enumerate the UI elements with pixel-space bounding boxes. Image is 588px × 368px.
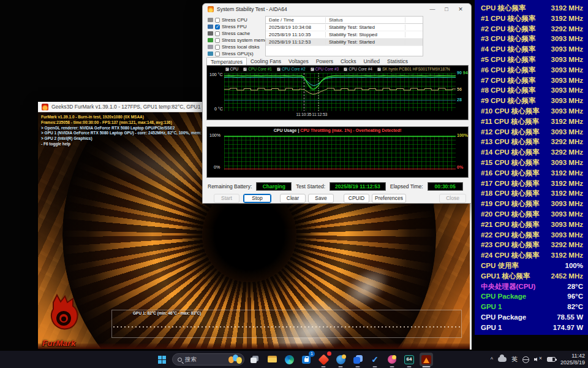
stress-option-checkbox[interactable]	[215, 38, 220, 43]
log-table-row[interactable]: 2025/8/19 10:34:08 Stability Test: Start…	[266, 24, 423, 31]
cpu-throttling-warning: CPU Throttling (max. 1%) - Overheating D…	[300, 128, 401, 132]
log-table-row[interactable]: 2025/8/19 11:12:53 Stability Test: Start…	[266, 39, 423, 46]
sensor-row: CPU Package 96°C	[481, 291, 583, 301]
sensor-value: 3093 MHz	[551, 158, 583, 167]
legend-checkbox[interactable]	[243, 67, 247, 71]
aida64-taskbar-button[interactable]: 64	[402, 353, 416, 366]
legend-checkbox[interactable]	[277, 67, 281, 71]
sensor-value: 3192 MHz	[551, 168, 583, 178]
task-view-icon	[251, 356, 259, 363]
sensor-value: 3093 MHz	[551, 85, 583, 95]
aida64-window: System Stability Test - AIDA64 — □ ✕ Str…	[202, 3, 472, 204]
start-button-windows[interactable]	[155, 353, 168, 366]
log-cell-time: 2025/8/19 10:34:08	[266, 25, 326, 30]
stress-option-checkbox[interactable]	[215, 18, 220, 23]
sensor-row: #19 CPU 核心频率 3093 MHz	[481, 199, 583, 209]
remaining-battery-label: Remaining Battery:	[208, 183, 252, 190]
sensor-value: 82°C	[567, 302, 583, 312]
active-running-indicator	[423, 366, 431, 368]
running-indicator	[373, 366, 377, 368]
stress-option-label: Stress local disks	[222, 44, 260, 50]
cpu-usage-plot	[224, 136, 456, 170]
remaining-battery-value: Charging	[256, 182, 292, 191]
stress-option-checkbox[interactable]	[215, 31, 220, 36]
stress-option-label: Stress cache	[222, 31, 250, 36]
sensor-value: 2452 MHz	[551, 271, 583, 281]
clear-button[interactable]: Clear	[280, 194, 306, 203]
battery-icon[interactable]	[547, 357, 556, 362]
legend-checkbox[interactable]	[377, 67, 381, 71]
aida64-titlebar[interactable]: System Stability Test - AIDA64 — □ ✕	[203, 4, 471, 15]
sensor-value: 3192 MHz	[551, 178, 583, 188]
sensor-row: #5 CPU 核心频率 3093 MHz	[481, 55, 583, 64]
onedrive-icon[interactable]	[498, 357, 507, 362]
furmark-logo-graphic	[41, 294, 89, 337]
taskbar-center-icons: 搜索 1	[155, 351, 433, 368]
stress-option-checkbox[interactable]	[215, 25, 220, 29]
edge-browser-button[interactable]	[282, 353, 296, 366]
task-view-button[interactable]	[248, 353, 262, 366]
save-button[interactable]: Save	[308, 194, 334, 203]
sensor-label: #9 CPU 核心频率	[481, 96, 535, 105]
taskbar-search-box[interactable]: 搜索	[172, 353, 244, 366]
microsoft-365-button[interactable]	[351, 353, 364, 366]
legend-label: CPU Core #4	[349, 67, 372, 71]
sensor-row: #24 CPU 核心频率 3192 MHz	[481, 250, 583, 260]
network-icon[interactable]	[522, 356, 529, 363]
aida64-app-icon	[208, 6, 214, 12]
minimize-button[interactable]: —	[427, 4, 438, 15]
log-cell-time: 2025/8/19 11:10:35	[266, 32, 326, 37]
close-window-button[interactable]: ✕	[455, 4, 466, 15]
sensor-label: #19 CPU 核心频率	[481, 199, 540, 209]
running-indicator	[407, 366, 412, 368]
sensor-label: #23 CPU 核心频率	[481, 240, 540, 250]
start-button[interactable]: Start	[214, 194, 239, 203]
hidden-icons-chevron[interactable]: ^	[491, 356, 493, 362]
volume-muted-icon[interactable]	[534, 356, 542, 362]
cache-icon	[208, 31, 213, 36]
cpuid-button[interactable]: CPUID	[344, 194, 369, 203]
legend-checkbox[interactable]	[225, 67, 229, 71]
pc-manager-icon	[336, 355, 345, 364]
folder-icon	[268, 356, 277, 363]
sensor-value: 174.97 W	[553, 323, 583, 332]
taskbar-clock[interactable]: 11:42 2025/8/19	[560, 353, 585, 367]
microsoft-store-button[interactable]: 1	[300, 353, 313, 366]
sensor-label: #8 CPU 核心频率	[481, 85, 535, 95]
stress-option-label: Stress FPU	[222, 24, 247, 29]
sensor-label: #1 CPU 核心频率	[481, 13, 535, 23]
stress-option-checkbox[interactable]	[215, 52, 220, 56]
sensor-label: #5 CPU 核心频率	[481, 55, 535, 64]
stress-option-row: Stress system memo	[208, 37, 265, 44]
legend-checkbox[interactable]	[311, 67, 314, 71]
sensor-label: #4 CPU 核心频率	[481, 44, 535, 54]
log-table-row[interactable]: 2025/8/19 11:10:35 Stability Test: Stopp…	[266, 31, 423, 39]
file-explorer-button[interactable]	[265, 353, 279, 366]
stop-button[interactable]: Stop	[243, 194, 271, 203]
cpu-usage-series	[224, 136, 456, 170]
furmark-taskbar-button[interactable]	[420, 353, 433, 366]
to-do-button[interactable]: ✓	[368, 353, 382, 366]
sensor-row: #9 CPU 核心频率 3093 MHz	[481, 96, 583, 105]
gpu-icon	[208, 52, 213, 56]
preferences-button[interactable]: Preferences	[372, 194, 406, 203]
sensor-row: #22 CPU 核心频率 3093 MHz	[481, 230, 583, 240]
sensor-row: #4 CPU 核心频率 3093 MHz	[481, 44, 583, 54]
ime-language-indicator[interactable]: 英	[511, 355, 518, 364]
pc-manager-button[interactable]	[334, 353, 347, 366]
temperature-graph: CPU CPU Core #1 CPU Core #2 CPU Core #3 …	[206, 65, 469, 120]
sensor-value: 3292 MHz	[551, 24, 583, 34]
wps-office-button[interactable]	[317, 353, 330, 366]
close-button[interactable]: Close	[439, 194, 466, 203]
legend-checkbox[interactable]	[344, 67, 347, 71]
sensor-row: #16 CPU 核心频率 3192 MHz	[481, 168, 583, 178]
test-started-value: 2025/8/19 11:12:53	[330, 182, 386, 191]
stress-option-checkbox[interactable]	[215, 45, 220, 50]
sensor-row: GPU 1 82°C	[481, 302, 583, 312]
photos-app-button[interactable]	[385, 353, 399, 366]
sensor-value: 3093 MHz	[551, 96, 583, 105]
legend-item: CPU Core #2	[277, 67, 306, 71]
sensor-row: #23 CPU 核心频率 3292 MHz	[481, 240, 583, 250]
maximize-button[interactable]: □	[441, 4, 452, 15]
usage-axis-min-left: 0%	[214, 165, 220, 169]
